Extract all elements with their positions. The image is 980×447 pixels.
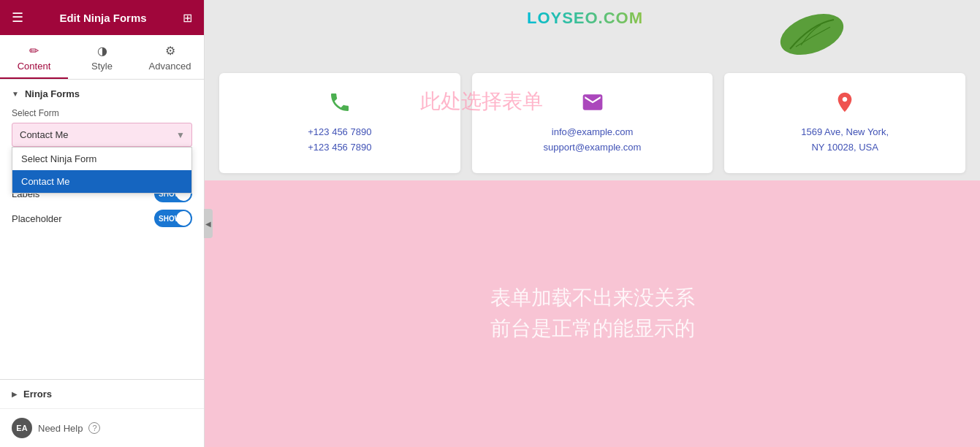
email-text: info@example.comsupport@example.com <box>544 125 642 156</box>
pink-section: 表单加载不出来没关系 前台是正常的能显示的 <box>205 180 980 447</box>
errors-expand-icon: ▶ <box>12 390 18 398</box>
collapse-handle[interactable]: ◀ <box>204 209 213 238</box>
ninja-forms-section-header[interactable]: ▼ Ninja Forms <box>12 88 192 99</box>
leaf-image <box>775 9 848 60</box>
section-collapse-icon: ▼ <box>12 90 19 98</box>
logo-text: LOYSEO.COM <box>527 9 643 28</box>
phone-text: +123 456 7890+123 456 7890 <box>308 125 371 156</box>
toggle-placeholder-knob <box>176 211 191 226</box>
errors-section: ▶ Errors <box>0 379 204 408</box>
email-icon <box>581 91 604 119</box>
tab-style[interactable]: ◑ Style <box>68 35 136 79</box>
advanced-icon: ⚙ <box>165 44 175 58</box>
content-icon: ✏ <box>29 44 39 58</box>
tab-advanced-label: Advanced <box>149 61 191 72</box>
need-help-text[interactable]: Need Help <box>38 423 83 434</box>
style-icon: ◑ <box>97 44 107 58</box>
sidebar-header: ☰ Edit Ninja Forms ⊞ <box>0 0 204 35</box>
sidebar-title: Edit Ninja Forms <box>59 12 146 24</box>
svg-point-0 <box>775 9 848 60</box>
sidebar-content: ▼ Ninja Forms Select Form Select Ninja F… <box>0 80 204 379</box>
help-icon[interactable]: ? <box>88 422 100 434</box>
pink-text-line1: 表单加载不出来没关系 <box>490 283 695 313</box>
main-top: LOYSEO.COM <box>205 0 980 66</box>
select-form-label: Select Form <box>12 108 192 118</box>
toggle-placeholder-row: Placeholder SHOW <box>12 210 192 227</box>
sidebar-tabs: ✏ Content ◑ Style ⚙ Advanced <box>0 35 204 80</box>
dropdown-item-0[interactable]: Select Ninja Form <box>12 148 191 170</box>
tab-content[interactable]: ✏ Content <box>0 35 68 79</box>
pink-text-line2: 前台是正常的能显示的 <box>490 313 695 344</box>
toggle-placeholder-label: Placeholder <box>12 213 62 224</box>
sidebar-footer: EA Need Help ? <box>0 408 204 447</box>
cards-row: +123 456 7890+123 456 7890 info@example.… <box>205 66 980 180</box>
dropdown-menu: Select Ninja Form Contact Me <box>12 147 192 194</box>
phone-icon <box>328 91 352 119</box>
main-area: LOYSEO.COM +123 456 7890+ <box>205 0 980 447</box>
location-text: 1569 Ave, New York,NY 10028, USA <box>801 125 889 156</box>
sidebar: ☰ Edit Ninja Forms ⊞ ✏ Content ◑ Style ⚙… <box>0 0 205 447</box>
tab-content-label: Content <box>18 61 51 72</box>
toggle-placeholder-btn[interactable]: SHOW <box>154 210 192 227</box>
location-icon <box>833 91 856 119</box>
ea-badge: EA <box>12 418 32 438</box>
tab-style-label: Style <box>91 61 113 72</box>
errors-label: Errors <box>23 389 52 400</box>
dropdown-item-1[interactable]: Contact Me <box>12 170 191 193</box>
email-card: info@example.comsupport@example.com <box>472 73 713 173</box>
phone-card: +123 456 7890+123 456 7890 <box>219 73 460 173</box>
ninja-forms-label: Ninja Forms <box>25 88 80 99</box>
tab-advanced[interactable]: ⚙ Advanced <box>136 35 204 79</box>
select-form-dropdown[interactable]: Select Ninja Form Contact Me <box>12 123 192 147</box>
menu-icon[interactable]: ☰ <box>12 9 23 26</box>
grid-icon[interactable]: ⊞ <box>183 11 192 25</box>
select-form-wrapper: Select Ninja Form Contact Me ▼ Select Ni… <box>12 123 192 147</box>
errors-header[interactable]: ▶ Errors <box>12 389 192 400</box>
location-card: 1569 Ave, New York,NY 10028, USA <box>724 73 965 173</box>
